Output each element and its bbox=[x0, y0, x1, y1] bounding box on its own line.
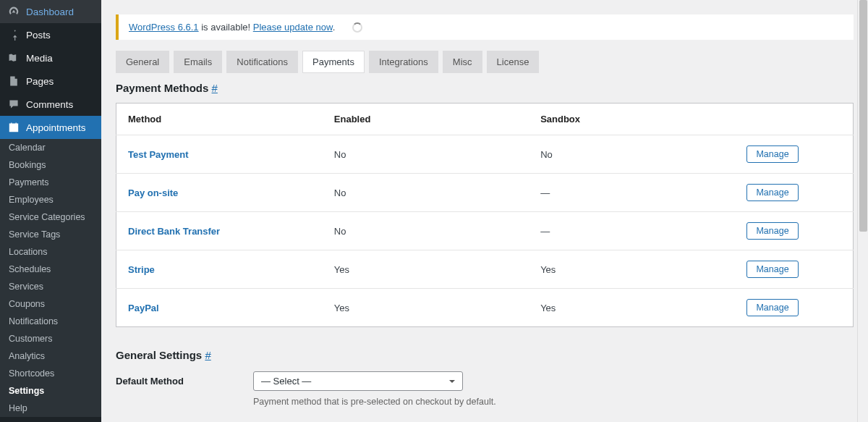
menu-dashboard[interactable]: Dashboard bbox=[0, 0, 101, 23]
scrollbar[interactable] bbox=[857, 0, 868, 422]
main-content: WordPress 6.6.1 is available! Please upd… bbox=[101, 0, 868, 422]
menu-appointments[interactable]: Appointments bbox=[0, 116, 101, 139]
update-notice: WordPress 6.6.1 is available! Please upd… bbox=[116, 14, 854, 40]
table-row: Pay on-siteNo—Manage bbox=[116, 174, 854, 212]
submenu-service-categories[interactable]: Service Categories bbox=[0, 208, 101, 226]
notice-text: is available! bbox=[199, 22, 253, 33]
general-settings-heading: General Settings # bbox=[116, 349, 854, 361]
enabled-cell: No bbox=[323, 212, 529, 250]
menu-label: Comments bbox=[26, 99, 73, 110]
sandbox-cell: — bbox=[529, 212, 735, 250]
payment-methods-heading: Payment Methods # bbox=[116, 82, 854, 94]
method-link[interactable]: Pay on-site bbox=[128, 187, 178, 198]
submenu-settings[interactable]: Settings bbox=[0, 382, 101, 400]
submenu-services[interactable]: Services bbox=[0, 278, 101, 295]
sandbox-cell: No bbox=[529, 135, 735, 174]
admin-sidebar: DashboardPostsMediaPagesCommentsAppointm… bbox=[0, 0, 101, 422]
page-icon bbox=[7, 75, 20, 88]
payment-methods-table: Method Enabled Sandbox Test PaymentNoNoM… bbox=[116, 103, 854, 327]
submenu-bookings[interactable]: Bookings bbox=[0, 156, 101, 174]
submenu-employees[interactable]: Employees bbox=[0, 191, 101, 208]
tab-misc[interactable]: Misc bbox=[443, 51, 482, 73]
submenu-customers[interactable]: Customers bbox=[0, 330, 101, 347]
tab-integrations[interactable]: Integrations bbox=[369, 51, 438, 73]
appointments-submenu: CalendarBookingsPaymentsEmployeesService… bbox=[0, 139, 101, 417]
submenu-notifications[interactable]: Notifications bbox=[0, 313, 101, 330]
default-method-label: Default Method bbox=[116, 371, 239, 387]
tab-notifications[interactable]: Notifications bbox=[226, 51, 298, 73]
method-link[interactable]: Test Payment bbox=[128, 149, 189, 160]
th-method: Method bbox=[116, 104, 323, 135]
th-sandbox: Sandbox bbox=[529, 104, 735, 135]
pin-icon bbox=[7, 28, 20, 41]
submenu-locations[interactable]: Locations bbox=[0, 243, 101, 261]
submenu-service-tags[interactable]: Service Tags bbox=[0, 226, 101, 243]
default-method-help: Payment method that is pre-selected on c… bbox=[253, 397, 854, 407]
tab-payments[interactable]: Payments bbox=[302, 51, 365, 73]
payment-methods-anchor[interactable]: # bbox=[212, 82, 218, 94]
table-row: Test PaymentNoNoManage bbox=[116, 135, 854, 174]
spinner-icon bbox=[352, 22, 362, 33]
table-row: PayPalYesYesManage bbox=[116, 289, 854, 327]
method-link[interactable]: Stripe bbox=[128, 264, 155, 275]
scrollbar-thumb[interactable] bbox=[859, 0, 867, 232]
submenu-schedules[interactable]: Schedules bbox=[0, 261, 101, 278]
submenu-calendar[interactable]: Calendar bbox=[0, 139, 101, 156]
media-icon bbox=[7, 51, 20, 64]
manage-button[interactable]: Manage bbox=[746, 222, 798, 240]
method-link[interactable]: Direct Bank Transfer bbox=[128, 226, 220, 237]
enabled-cell: Yes bbox=[323, 250, 529, 289]
manage-button[interactable]: Manage bbox=[746, 299, 798, 316]
submenu-payments[interactable]: Payments bbox=[0, 174, 101, 191]
th-enabled: Enabled bbox=[323, 104, 529, 135]
general-settings-anchor[interactable]: # bbox=[205, 349, 210, 361]
dashboard-icon bbox=[7, 5, 20, 18]
menu-extensions[interactable]: Extensions bbox=[0, 417, 101, 422]
sandbox-cell: Yes bbox=[529, 250, 735, 289]
menu-label: Pages bbox=[26, 76, 54, 87]
sandbox-cell: — bbox=[529, 174, 735, 212]
comment-icon bbox=[7, 98, 20, 111]
menu-posts[interactable]: Posts bbox=[0, 23, 101, 46]
default-method-select[interactable]: — Select — bbox=[253, 371, 463, 391]
menu-label: Dashboard bbox=[26, 7, 74, 17]
method-link[interactable]: PayPal bbox=[128, 303, 159, 313]
menu-label: Media bbox=[26, 53, 53, 64]
manage-button[interactable]: Manage bbox=[746, 261, 798, 278]
default-method-row: Default Method — Select — Payment method… bbox=[116, 371, 854, 407]
enabled-cell: No bbox=[323, 135, 529, 174]
sandbox-cell: Yes bbox=[529, 289, 735, 327]
menu-pages[interactable]: Pages bbox=[0, 69, 101, 93]
table-row: Direct Bank TransferNo—Manage bbox=[116, 212, 854, 250]
table-row: StripeYesYesManage bbox=[116, 250, 854, 289]
enabled-cell: No bbox=[323, 174, 529, 212]
settings-tabs: GeneralEmailsNotificationsPaymentsIntegr… bbox=[116, 51, 854, 73]
menu-label: Appointments bbox=[26, 122, 86, 133]
calendar-icon bbox=[7, 121, 20, 134]
update-now-link[interactable]: Please update now bbox=[253, 22, 333, 33]
menu-label: Posts bbox=[26, 30, 51, 41]
menu-comments[interactable]: Comments bbox=[0, 93, 101, 116]
submenu-analytics[interactable]: Analytics bbox=[0, 347, 101, 365]
tab-emails[interactable]: Emails bbox=[174, 51, 222, 73]
tab-license[interactable]: License bbox=[487, 51, 540, 73]
wordpress-version-link[interactable]: WordPress 6.6.1 bbox=[129, 22, 199, 33]
submenu-shortcodes[interactable]: Shortcodes bbox=[0, 365, 101, 382]
manage-button[interactable]: Manage bbox=[746, 184, 798, 201]
tab-general[interactable]: General bbox=[116, 51, 169, 73]
manage-button[interactable]: Manage bbox=[746, 145, 798, 163]
enabled-cell: Yes bbox=[323, 289, 529, 327]
submenu-help[interactable]: Help bbox=[0, 400, 101, 417]
submenu-coupons[interactable]: Coupons bbox=[0, 295, 101, 313]
menu-media[interactable]: Media bbox=[0, 46, 101, 69]
